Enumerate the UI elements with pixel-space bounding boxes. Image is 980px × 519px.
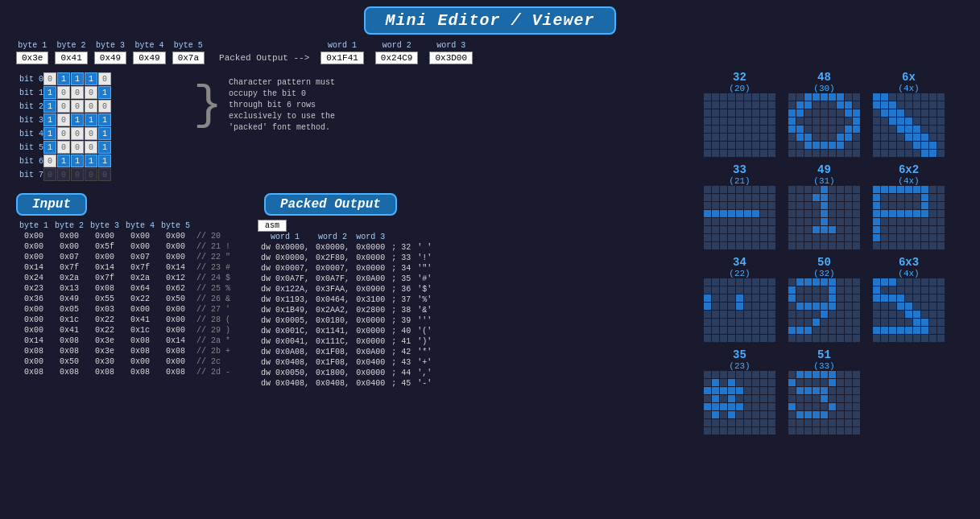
pixel-1-6 xyxy=(921,101,928,109)
bit-cell-1-3[interactable]: 0 xyxy=(85,86,97,99)
pixel-1-1 xyxy=(712,101,719,109)
output-cell-0-1: 0x0000, xyxy=(312,242,353,253)
pixel-4-5 xyxy=(829,403,836,410)
bit-cell-7-2[interactable]: 0 xyxy=(71,168,84,181)
asm-tab[interactable]: asm xyxy=(258,220,287,232)
input-cell-13-1: 0x08 xyxy=(52,367,87,377)
word-label-2: word 2 xyxy=(382,41,411,50)
bit-cell-0-4[interactable]: 0 xyxy=(98,72,111,85)
bit-cell-6-4[interactable]: 1 xyxy=(98,154,111,167)
output-cell-5-0: dw 0x1193, xyxy=(258,295,312,305)
pixel-4-5 xyxy=(829,126,836,133)
pixel-4-5 xyxy=(913,126,920,133)
bit-cell-5-4[interactable]: 1 xyxy=(98,141,111,154)
pixel-5-0 xyxy=(873,134,880,141)
bit-cell-3-1[interactable]: 0 xyxy=(57,113,70,126)
pixel-2-0 xyxy=(788,109,796,117)
bit-cell-2-4[interactable]: 0 xyxy=(98,100,111,113)
word-value-3[interactable]: 0x3D00 xyxy=(429,51,473,64)
bit-cell-3-0[interactable]: 1 xyxy=(43,113,56,126)
bit-cell-3-3[interactable]: 1 xyxy=(85,113,97,126)
bit-cell-6-3[interactable]: 1 xyxy=(85,154,97,167)
bit-cell-6-1[interactable]: 1 xyxy=(57,154,70,167)
bit-cell-4-2[interactable]: 0 xyxy=(71,127,84,140)
byte-col-5: byte 5 0x7a xyxy=(172,41,205,64)
pixel-7-6 xyxy=(752,335,759,342)
bit-cell-5-2[interactable]: 0 xyxy=(71,141,84,154)
byte-value-2[interactable]: 0x41 xyxy=(55,51,87,64)
pixel-6-4 xyxy=(736,419,743,426)
bit-cell-1-1[interactable]: 0 xyxy=(57,86,70,99)
pixel-4-3 xyxy=(728,126,735,133)
bit-row-5: bit 510001 xyxy=(19,141,174,154)
byte-value-5[interactable]: 0x7a xyxy=(172,51,205,64)
bit-cell-0-1[interactable]: 1 xyxy=(57,72,70,85)
bit-cell-4-4[interactable]: 1 xyxy=(98,127,111,140)
bit-cell-4-3[interactable]: 0 xyxy=(85,127,97,140)
pixel-7-2 xyxy=(889,242,896,249)
pixel-7-8 xyxy=(768,427,775,435)
bit-cell-0-3[interactable]: 1 xyxy=(85,72,97,85)
bit-cell-3-4[interactable]: 1 xyxy=(98,113,111,126)
pixel-5-8 xyxy=(937,226,945,233)
output-table-row: dw 0x0A7F,0x0A7F,0x0A00; 35'#' xyxy=(258,274,435,284)
pixel-5-3 xyxy=(813,134,820,141)
pixel-6-8 xyxy=(768,419,775,426)
output-cell-5-3: ; 37 xyxy=(388,295,414,305)
pixel-1-3 xyxy=(813,379,820,386)
bit-cell-7-4[interactable]: 0 xyxy=(98,168,111,181)
input-table-row: 0x230x130x080x640x62// 25 % xyxy=(16,283,234,294)
bit-cell-2-2[interactable]: 0 xyxy=(71,100,84,113)
bit-cell-6-2[interactable]: 1 xyxy=(71,154,84,167)
pixel-5-3 xyxy=(897,319,904,326)
pixel-5-1 xyxy=(796,134,804,141)
pixel-7-8 xyxy=(853,150,860,157)
bit-cell-3-2[interactable]: 1 xyxy=(71,113,84,126)
bit-cell-2-1[interactable]: 0 xyxy=(57,100,70,113)
pixel-2-6 xyxy=(752,387,759,394)
pixel-4-4 xyxy=(821,218,828,225)
bit-cell-1-4[interactable]: 1 xyxy=(98,86,111,99)
input-cell-5-2: 0x08 xyxy=(87,283,122,294)
output-table: word 1word 2word 3 dw 0x0000,0x0000,0x00… xyxy=(258,232,435,389)
bit-cell-5-0[interactable]: 1 xyxy=(43,141,56,154)
pixel-2-5 xyxy=(829,387,836,394)
bit-cell-6-0[interactable]: 0 xyxy=(43,154,56,167)
pixel-7-6 xyxy=(837,242,844,249)
byte-value-1[interactable]: 0x3e xyxy=(16,51,48,64)
pixel-7-7 xyxy=(760,427,767,435)
pixel-5-2 xyxy=(889,319,896,326)
output-cell-10-4: '*' xyxy=(414,347,435,357)
char-id-51: 51 xyxy=(817,348,831,361)
bit-cell-4-0[interactable]: 1 xyxy=(43,127,56,140)
pixel-1-1 xyxy=(796,101,804,109)
word-value-1[interactable]: 0x1F41 xyxy=(320,51,364,64)
bit-cell-7-0[interactable]: 0 xyxy=(43,168,56,181)
pixel-7-0 xyxy=(873,150,880,157)
bit-cell-0-0[interactable]: 0 xyxy=(43,72,56,85)
input-cell-6-2: 0x55 xyxy=(87,294,122,304)
input-cell-10-0: 0x14 xyxy=(16,336,52,346)
bit-cell-0-2[interactable]: 1 xyxy=(71,72,84,85)
bit-row-label-7: bit 7 xyxy=(19,171,43,179)
input-cell-4-4: 0x12 xyxy=(158,273,193,283)
bit-cell-2-3[interactable]: 0 xyxy=(85,100,97,113)
bit-cell-7-3[interactable]: 0 xyxy=(85,168,97,181)
byte-value-3[interactable]: 0x49 xyxy=(94,51,126,64)
word-value-2[interactable]: 0x24C9 xyxy=(375,51,419,64)
pixel-5-8 xyxy=(937,134,945,141)
bit-cell-4-1[interactable]: 0 xyxy=(57,127,70,140)
pixel-2-2 xyxy=(804,109,812,117)
byte-value-4[interactable]: 0x49 xyxy=(133,51,165,64)
bit-cell-7-1[interactable]: 0 xyxy=(57,168,70,181)
bit-cell-1-2[interactable]: 0 xyxy=(71,86,84,99)
pixel-4-0 xyxy=(788,403,796,410)
bit-cell-2-0[interactable]: 1 xyxy=(43,100,56,113)
bit-cell-5-3[interactable]: 0 xyxy=(85,141,97,154)
bit-cell-5-1[interactable]: 0 xyxy=(57,141,70,154)
char-id-6x2: 6x2 xyxy=(899,163,919,176)
pixel-7-4 xyxy=(905,242,912,249)
pixel-6-7 xyxy=(845,327,852,334)
pixel-5-4 xyxy=(736,411,743,418)
bit-cell-1-0[interactable]: 1 xyxy=(43,86,56,99)
